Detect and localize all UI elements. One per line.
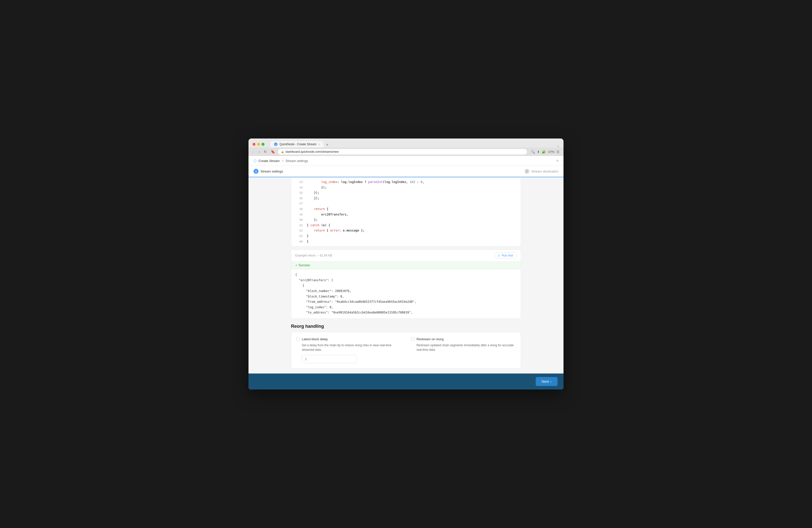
url-text: dashboard.quicknode.com/streams/new <box>286 150 338 153</box>
run-test-play-icon: ▷ <box>498 254 500 257</box>
restream-on-reorg-checkbox[interactable] <box>411 337 415 341</box>
code-line-63: 63 } <box>291 234 521 239</box>
line-number-60: 60 <box>295 218 303 222</box>
page-content: ⬡ Create Stream > Stream settings × 1 St… <box>248 156 564 390</box>
breadcrumb-home[interactable]: Create Stream <box>259 159 280 163</box>
json-line-1: { <box>295 272 517 278</box>
run-test-label: Run test <box>502 254 513 257</box>
latest-block-delay-option: Latest block delay Set a delay from the … <box>296 337 401 363</box>
code-line-56: 56 }); <box>291 196 521 201</box>
next-arrow-icon: › <box>550 380 551 383</box>
browser-actions: 🔍 ⬆ 🧩 VPN ☰ <box>531 150 560 154</box>
browser-titlebar: Q QuickNode - Create Stream × + ⌄ <box>248 138 564 147</box>
code-content-59: erc20Transfers, <box>307 212 348 218</box>
line-number-53: 53 <box>295 180 303 185</box>
tab-close-button[interactable]: × <box>319 143 320 146</box>
run-test-button[interactable]: ▷ Run test <box>494 252 517 259</box>
main-area: 53 log_index: log.logIndex ? parseInt(lo… <box>286 177 526 373</box>
delay-input[interactable] <box>302 355 357 363</box>
code-line-57: 57 <box>291 201 521 206</box>
breadcrumb-icon: ⬡ <box>253 159 257 163</box>
step-2-label: Stream destination <box>532 170 559 173</box>
breadcrumb: ⬡ Create Stream > Stream settings <box>253 159 308 163</box>
share-button[interactable]: ⬆ <box>537 150 540 154</box>
breadcrumb-bar: ⬡ Create Stream > Stream settings × <box>248 156 564 166</box>
step-2: 2 Stream destination <box>524 169 559 174</box>
code-content-56: }); <box>307 196 319 201</box>
code-content-57 <box>307 201 308 206</box>
line-number-56: 56 <box>295 196 303 201</box>
forward-button[interactable]: › <box>258 149 261 154</box>
line-number-64: 64 <box>295 239 303 244</box>
page-close-button[interactable]: × <box>556 159 559 163</box>
code-block: 53 log_index: log.logIndex ? parseInt(lo… <box>291 177 521 247</box>
code-content-64: } <box>307 239 308 245</box>
line-number-63: 63 <box>295 234 303 239</box>
refresh-button[interactable]: ↻ <box>263 149 268 154</box>
code-content-58: return { <box>307 206 329 212</box>
extensions-button[interactable]: 🧩 <box>542 150 546 154</box>
code-line-55: 55 }); <box>291 190 521 196</box>
code-line-58: 58 return { <box>291 206 521 212</box>
json-line-5: "block_timestamp": 0, <box>295 294 517 299</box>
traffic-lights <box>252 143 264 146</box>
back-button[interactable]: ‹ <box>252 149 256 154</box>
code-line-62: 62 return { error: e.message }; <box>291 228 521 234</box>
code-content-62: return { error: e.message }; <box>307 228 364 234</box>
close-traffic-light[interactable] <box>252 143 256 146</box>
code-content-54: }); <box>307 185 327 191</box>
latest-block-delay-desc: Set a delay from the chain tip to reduce… <box>302 343 401 352</box>
line-number-59: 59 <box>295 212 303 217</box>
address-bar: ‹ › ↻ 🔖 🔒 dashboard.quicknode.com/stream… <box>248 147 564 156</box>
breadcrumb-separator: > <box>282 159 284 163</box>
secure-icon: 🔒 <box>281 150 284 153</box>
latest-block-delay-checkbox[interactable] <box>296 337 300 341</box>
search-button[interactable]: 🔍 <box>531 150 535 154</box>
restream-on-reorg-option: Restream on reorg Restream updated chain… <box>411 337 516 363</box>
step-1: 1 Stream settings <box>253 169 283 174</box>
browser-tab[interactable]: Q QuickNode - Create Stream × <box>271 141 323 147</box>
minimize-traffic-light[interactable] <box>257 143 260 146</box>
step-1-label: Stream settings <box>261 170 283 173</box>
restream-on-reorg-label: Restream on reorg <box>417 337 444 341</box>
json-line-6: "from_address": "0xa64cc3dcaa8b46523f7cf… <box>295 299 517 305</box>
breadcrumb-current: Stream settings <box>286 159 308 163</box>
code-line-60: 60 }; <box>291 217 521 223</box>
code-content-60: }; <box>307 217 318 223</box>
restream-on-reorg-header: Restream on reorg <box>411 337 516 341</box>
tab-title: QuickNode - Create Stream <box>279 143 317 146</box>
code-content-55: }); <box>307 190 319 196</box>
json-line-3: { <box>295 283 517 289</box>
code-line-53: 53 log_index: log.logIndex ? parseInt(lo… <box>291 179 521 185</box>
json-line-4: "block_number": 20091076, <box>295 289 517 294</box>
maximize-traffic-light[interactable] <box>261 143 264 146</box>
tab-bar: Q QuickNode - Create Stream × + ⌄ <box>271 141 560 147</box>
bookmark-button[interactable]: 🔖 <box>270 149 276 154</box>
success-bar: ✓ Success <box>291 262 521 269</box>
reorg-card: Latest block delay Set a delay from the … <box>291 332 521 368</box>
line-number-62: 62 <box>295 228 303 233</box>
url-bar[interactable]: 🔒 dashboard.quicknode.com/streams/new <box>278 149 527 155</box>
tab-expand-icon[interactable]: ⌄ <box>557 144 560 147</box>
vpn-label: VPN <box>548 150 554 154</box>
line-number-55: 55 <box>295 191 303 195</box>
reorg-section-title: Reorg handling <box>291 324 521 329</box>
line-number-54: 54 <box>295 185 303 190</box>
bottom-bar: Next › <box>248 373 564 390</box>
code-line-59: 59 erc20Transfers, <box>291 212 521 218</box>
code-line-64: 64 } <box>291 239 521 245</box>
browser-window: Q QuickNode - Create Stream × + ⌄ ‹ › ↻ … <box>248 138 564 390</box>
json-line-8: "to_address": "0xe99191b4a562ccb416ea8e0… <box>295 310 517 316</box>
json-line-2: "erc20Transfers": [ <box>295 278 517 283</box>
code-content-63: } <box>307 234 308 239</box>
next-button[interactable]: Next › <box>536 377 557 386</box>
menu-button[interactable]: ☰ <box>556 150 560 154</box>
line-number-61: 61 <box>295 223 303 228</box>
steps-bar: 1 Stream settings 2 Stream destination <box>248 166 564 177</box>
reorg-options: Latest block delay Set a delay from the … <box>296 337 516 363</box>
code-line-61: 61 } catch (e) { <box>291 223 521 228</box>
new-tab-button[interactable]: + <box>324 142 330 147</box>
code-lines: 53 log_index: log.logIndex ? parseInt(lo… <box>291 177 521 246</box>
code-line-54: 54 }); <box>291 185 521 191</box>
line-number-58: 58 <box>295 207 303 212</box>
